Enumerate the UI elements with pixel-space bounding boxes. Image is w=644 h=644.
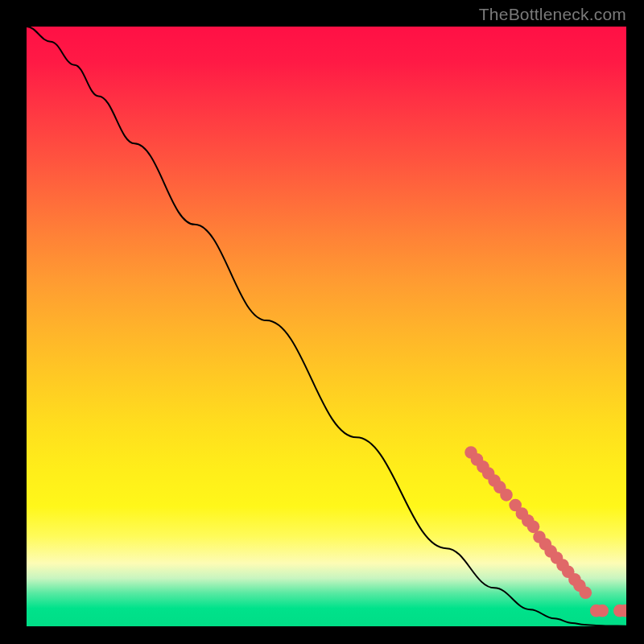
attribution-watermark: TheBottleneck.com <box>479 5 626 24</box>
data-point-marker <box>500 489 513 502</box>
plot-area <box>27 27 626 626</box>
chart-frame: TheBottleneck.com <box>0 0 644 644</box>
data-point-marker <box>596 605 609 617</box>
curve-markers <box>464 446 626 617</box>
chart-overlay <box>27 27 626 626</box>
data-point-marker <box>580 586 592 599</box>
